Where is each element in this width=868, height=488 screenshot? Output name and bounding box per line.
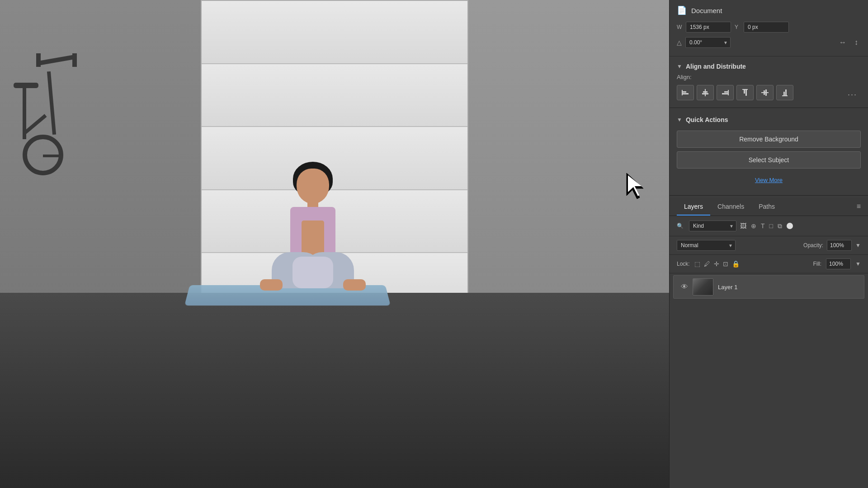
search-icon: 🔍 xyxy=(677,223,684,229)
layer-item-1[interactable]: 👁 Layer 1 xyxy=(673,275,864,299)
view-more-link[interactable]: View More xyxy=(677,174,861,186)
opacity-chevron-icon[interactable]: ▼ xyxy=(855,242,861,249)
tab-paths[interactable]: Paths xyxy=(751,197,782,216)
align-top-btn[interactable] xyxy=(736,85,754,100)
angle-row: △ 0.00° 90.00° 180.00° 270.00° ▼ ↔ ↕ xyxy=(677,37,861,48)
width-field-group: W xyxy=(677,22,731,33)
align-chevron-icon: ▼ xyxy=(677,63,682,70)
angle-icon: △ xyxy=(677,39,682,46)
kind-select[interactable]: Kind Name Effect Mode Attribute Color Sm… xyxy=(689,221,736,231)
flip-vertical-btn[interactable]: ↕ xyxy=(852,38,861,47)
lock-icons-group: ⬚ 🖊 ✛ ⊡ 🔒 xyxy=(694,260,740,267)
lock-row: Lock: ⬚ 🖊 ✛ ⊡ 🔒 Fill: ▼ xyxy=(670,255,868,273)
filter-shape-icon[interactable]: □ xyxy=(769,222,773,230)
filter-circle-icon[interactable] xyxy=(787,223,793,229)
document-title: Document xyxy=(691,7,722,14)
filter-image-icon[interactable]: 🖼 xyxy=(740,222,746,230)
divider-1 xyxy=(670,108,868,108)
svg-rect-13 xyxy=(764,90,765,95)
layers-tabs-row: Layers Channels Paths ≡ xyxy=(670,197,868,216)
right-panel: 📄 Document W Y △ 0.00° 90.00° 180.00° xyxy=(669,0,868,488)
lock-position-icon[interactable]: ✛ xyxy=(714,260,719,267)
quick-actions-title: Quick Actions xyxy=(686,116,728,123)
canvas-area xyxy=(0,0,669,488)
layer-filters-row: 🔍 Kind Name Effect Mode Attribute Color … xyxy=(670,216,868,236)
align-left-btn[interactable] xyxy=(677,85,694,100)
fill-input[interactable] xyxy=(826,258,851,269)
svg-rect-2 xyxy=(683,93,689,94)
angle-select[interactable]: 0.00° 90.00° 180.00° 270.00° xyxy=(685,37,731,48)
width-label: W xyxy=(677,24,683,30)
filter-adjustment-icon[interactable]: ⊕ xyxy=(751,222,756,230)
filter-text-icon[interactable]: T xyxy=(761,222,765,230)
align-distribute-title: Align and Distribute xyxy=(686,63,746,70)
svg-rect-0 xyxy=(682,90,683,95)
height-input[interactable] xyxy=(744,22,789,33)
svg-rect-11 xyxy=(745,90,747,96)
layers-panel: Layers Channels Paths ≡ 🔍 Kind Name Effe… xyxy=(670,197,868,300)
svg-rect-17 xyxy=(785,89,787,95)
tab-layers[interactable]: Layers xyxy=(677,197,710,216)
svg-rect-8 xyxy=(722,93,728,94)
fill-chevron-icon[interactable]: ▼ xyxy=(855,261,861,267)
document-section: 📄 Document W Y △ 0.00° 90.00° 180.00° xyxy=(670,0,868,56)
height-field-group: Y xyxy=(735,22,789,33)
divider-2 xyxy=(670,195,868,196)
svg-rect-1 xyxy=(683,91,686,93)
svg-rect-5 xyxy=(702,93,708,94)
layer-name: Layer 1 xyxy=(718,284,737,291)
svg-rect-6 xyxy=(728,90,729,95)
lock-all-icon[interactable]: 🔒 xyxy=(732,260,740,267)
align-label: Align: xyxy=(677,74,861,80)
svg-rect-7 xyxy=(724,91,728,93)
svg-rect-16 xyxy=(783,92,785,95)
filter-smart-icon[interactable]: ⧉ xyxy=(778,222,782,230)
lock-label: Lock: xyxy=(677,261,690,267)
blend-mode-select[interactable]: Normal Dissolve Multiply Screen Overlay xyxy=(677,240,736,251)
svg-rect-15 xyxy=(782,95,788,96)
align-distribute-section: ▼ Align and Distribute Align: xyxy=(670,56,868,106)
layer-blend-row: Normal Dissolve Multiply Screen Overlay … xyxy=(670,236,868,255)
opacity-label: Opacity: xyxy=(803,242,823,249)
align-bottom-btn[interactable] xyxy=(776,85,793,100)
svg-rect-9 xyxy=(742,89,748,90)
svg-rect-10 xyxy=(744,90,745,94)
layers-menu-icon[interactable]: ≡ xyxy=(857,202,861,211)
svg-rect-14 xyxy=(765,89,767,96)
remove-background-button[interactable]: Remove Background xyxy=(677,131,861,148)
select-subject-button[interactable]: Select Subject xyxy=(677,151,861,169)
cursor xyxy=(624,171,649,200)
document-icon: 📄 xyxy=(677,5,687,15)
width-input[interactable] xyxy=(686,22,731,33)
lock-pixels-icon[interactable]: 🖊 xyxy=(704,260,710,267)
align-more-btn[interactable]: ... xyxy=(844,85,861,100)
tab-channels[interactable]: Channels xyxy=(710,197,751,216)
position-row: W Y xyxy=(677,22,861,33)
lock-transparent-icon[interactable]: ⬚ xyxy=(694,260,700,267)
layer-thumbnail xyxy=(693,278,713,296)
height-label: Y xyxy=(735,24,741,30)
filter-icons-group: 🖼 ⊕ T □ ⧉ xyxy=(740,222,793,230)
layer-visibility-icon[interactable]: 👁 xyxy=(681,283,688,291)
quick-actions-section: ▼ Quick Actions Remove Background Select… xyxy=(670,110,868,193)
quick-actions-header[interactable]: ▼ Quick Actions xyxy=(670,110,868,127)
align-buttons-row: ... xyxy=(677,85,861,100)
quick-actions-body: Remove Background Select Subject View Mo… xyxy=(670,127,868,193)
align-right-btn[interactable] xyxy=(717,85,734,100)
quick-actions-chevron-icon: ▼ xyxy=(677,117,682,123)
opacity-input[interactable] xyxy=(827,240,852,251)
align-distribute-header[interactable]: ▼ Align and Distribute xyxy=(670,56,868,74)
svg-rect-4 xyxy=(703,91,708,93)
align-section-body: Align: xyxy=(670,74,868,106)
align-center-h-btn[interactable] xyxy=(697,85,714,100)
align-center-v-btn[interactable] xyxy=(756,85,774,100)
flip-horizontal-btn[interactable]: ↔ xyxy=(836,38,849,47)
fill-label: Fill: xyxy=(813,261,821,267)
lock-artboard-icon[interactable]: ⊡ xyxy=(723,260,728,267)
